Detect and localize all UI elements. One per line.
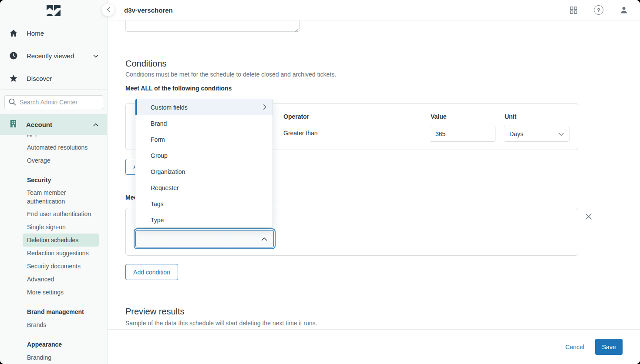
value-label: Value	[431, 113, 447, 120]
chevron-up-icon	[261, 235, 267, 243]
sidebar-item-end-user-authentication[interactable]: End user authentication	[27, 207, 102, 220]
save-button[interactable]: Save	[595, 339, 623, 355]
page-title: d3v-verschoren	[124, 7, 173, 14]
zendesk-logo	[45, 3, 62, 17]
footer-bar: Cancel Save	[108, 329, 640, 364]
sidebar-item-label: Home	[27, 30, 98, 37]
sidebar-item-security-documents[interactable]: Security documents	[27, 260, 102, 273]
sidebar-item-brands[interactable]: Brands	[27, 318, 102, 331]
sidebar-item-branding[interactable]: Branding	[27, 351, 102, 364]
sidebar-header-brand-management: Brand management	[27, 305, 102, 318]
dropdown-item-group[interactable]: Group	[135, 147, 273, 164]
sidebar-header-security: Security	[27, 174, 102, 187]
operator-label: Operator	[283, 113, 309, 120]
building-icon	[10, 120, 17, 129]
star-icon	[10, 74, 17, 82]
sidebar-item-recently-viewed[interactable]: Recently viewed	[0, 49, 107, 63]
dropdown-item-type[interactable]: Type	[135, 212, 273, 227]
operator-value: Greater than	[283, 130, 318, 137]
add-condition-button-any[interactable]: Add condition	[125, 264, 178, 280]
sidebar-item-single-sign-on[interactable]: Single sign-on	[27, 220, 102, 234]
unit-label: Unit	[505, 113, 516, 120]
help-icon[interactable]: ?	[594, 5, 603, 15]
chevron-up-icon	[93, 120, 98, 128]
sidebar: Home Recently viewed Discover	[0, 0, 108, 364]
sidebar-header-appearance: Appearance	[27, 338, 102, 351]
field-select-open[interactable]	[135, 230, 274, 247]
dropdown-item-custom-fields[interactable]: Custom fields	[135, 99, 273, 115]
dropdown-item-brand[interactable]: Brand	[135, 115, 273, 131]
value-input[interactable]	[430, 126, 495, 142]
conditions-title: Conditions	[125, 59, 167, 69]
content: Conditions Conditions must be met for th…	[108, 20, 640, 364]
chevron-right-icon	[263, 104, 266, 111]
cancel-button[interactable]: Cancel	[565, 344, 584, 351]
field-dropdown-menu: Custom fields Brand Form Group Organizat…	[135, 99, 273, 227]
sidebar-item-advanced[interactable]: Advanced	[27, 273, 102, 286]
preview-results-title: Preview results	[125, 307, 185, 317]
chevron-down-icon	[93, 52, 98, 60]
avatar-icon[interactable]	[620, 6, 628, 14]
topbar: d3v-verschoren ?	[108, 0, 640, 20]
home-icon	[10, 29, 17, 37]
sidebar-item-label: Recently viewed	[27, 52, 93, 60]
account-label: Account	[26, 121, 93, 128]
chevron-left-icon	[107, 6, 110, 14]
description-textarea[interactable]	[125, 20, 300, 32]
dropdown-item-form[interactable]: Form	[135, 131, 273, 147]
sidebar-item-discover[interactable]: Discover	[0, 71, 107, 85]
meet-all-label: Meet ALL of the following conditions	[125, 85, 232, 92]
sidebar-item-deletion-schedules[interactable]: Deletion schedules	[23, 234, 99, 247]
preview-results-description: Sample of the data this schedule will st…	[125, 320, 317, 327]
search-input[interactable]	[4, 95, 103, 109]
search-icon	[9, 98, 16, 107]
collapse-sidebar-button[interactable]	[101, 3, 115, 17]
main-area: d3v-verschoren ?	[108, 0, 640, 364]
unit-select-value: Days	[509, 130, 523, 137]
sidebar-item-label: Discover	[27, 75, 98, 82]
sidebar-item-home[interactable]: Home	[0, 26, 107, 40]
grid-icon[interactable]	[570, 7, 577, 14]
sidebar-item-more-settings[interactable]: More settings	[27, 286, 102, 299]
sidebar-item-redaction-suggestions[interactable]: Redaction suggestions	[27, 247, 102, 260]
sidebar-section-account[interactable]: Account	[0, 114, 107, 135]
clock-icon	[10, 52, 17, 60]
dropdown-item-tags[interactable]: Tags	[135, 196, 273, 212]
sidebar-nav-list: API Automated resolutions Overage Securi…	[27, 128, 102, 364]
admin-search	[4, 95, 103, 109]
dropdown-item-organization[interactable]: Organization	[135, 164, 273, 180]
resize-handle-icon[interactable]	[294, 26, 298, 30]
conditions-description: Conditions must be met for the schedule …	[125, 71, 336, 78]
chevron-down-icon	[559, 130, 564, 137]
sidebar-divider	[0, 89, 107, 90]
dropdown-item-label: Custom fields	[151, 104, 188, 111]
unit-select[interactable]: Days	[504, 126, 569, 142]
sidebar-item-overage[interactable]: Overage	[27, 154, 102, 167]
sidebar-item-automated-resolutions[interactable]: Automated resolutions	[27, 141, 102, 154]
dropdown-item-requester[interactable]: Requester	[135, 180, 273, 196]
sidebar-item-team-member-authentication[interactable]: Team member authentication	[27, 187, 92, 207]
admin-center-window: Home Recently viewed Discover	[0, 0, 640, 364]
close-icon[interactable]	[585, 213, 593, 220]
